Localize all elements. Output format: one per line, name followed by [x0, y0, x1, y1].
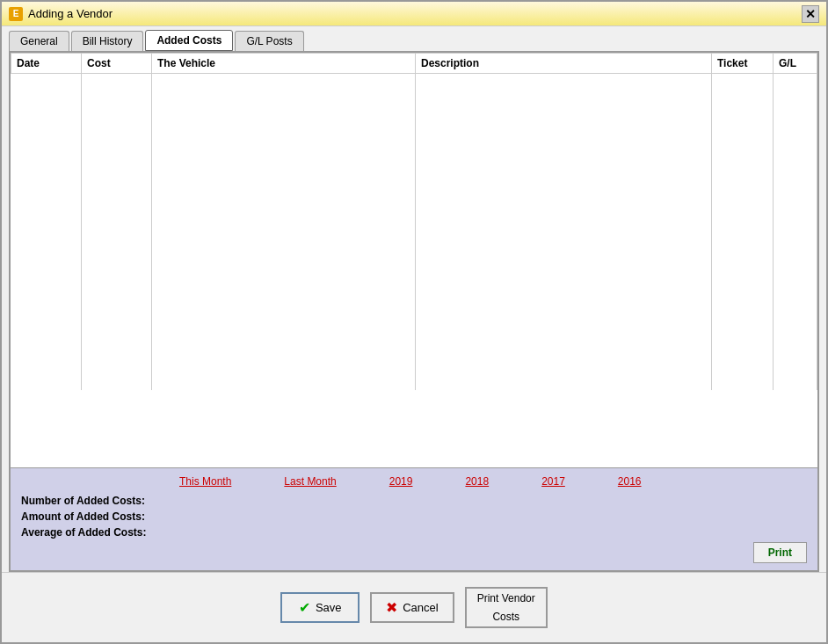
stats-header: This Month Last Month 2019 2018 2017 201… — [21, 475, 807, 488]
tab-bill-history[interactable]: Bill History — [71, 31, 144, 51]
table-row-empty — [11, 358, 817, 374]
table-row-empty — [11, 232, 817, 248]
check-icon: ✔ — [299, 599, 310, 616]
table-row-empty — [11, 74, 817, 90]
table-row-empty — [11, 311, 817, 327]
table-row-empty — [11, 185, 817, 200]
main-window: E Adding a Vendor ✕ General Bill History… — [0, 0, 828, 644]
title-bar: E Adding a Vendor ✕ — [2, 2, 826, 26]
print-vendor-line1: Print Vendor — [477, 592, 535, 604]
content-area: Date Cost The Vehicle Description Ticket… — [9, 51, 819, 572]
table-row-empty — [11, 279, 817, 295]
window-title: Adding a Vendor — [28, 7, 113, 20]
tabs-bar: General Bill History Added Costs G/L Pos… — [2, 26, 826, 51]
tab-added-costs[interactable]: Added Costs — [145, 30, 233, 51]
col-header-ticket: Ticket — [712, 54, 774, 74]
average-label: Average of Added Costs: — [21, 526, 179, 539]
table-row-empty — [11, 121, 817, 137]
footer: ✔ Save ✖ Cancel Print Vendor Costs — [2, 572, 826, 642]
table-row-empty — [11, 248, 817, 264]
table-row-empty — [11, 90, 817, 105]
period-last-month[interactable]: Last Month — [284, 475, 336, 488]
print-btn-container: Print — [21, 542, 807, 563]
table-row-empty — [11, 137, 817, 153]
table-row-empty — [11, 374, 817, 390]
table-row-empty — [11, 343, 817, 358]
tab-general[interactable]: General — [9, 31, 69, 51]
table-row-empty — [11, 327, 817, 343]
number-label: Number of Added Costs: — [21, 495, 179, 507]
stat-row-amount: Amount of Added Costs: — [21, 510, 807, 523]
col-header-vehicle: The Vehicle — [152, 54, 416, 74]
save-button[interactable]: ✔ Save — [280, 592, 360, 623]
data-table: Date Cost The Vehicle Description Ticket… — [11, 53, 817, 390]
cancel-button[interactable]: ✖ Cancel — [370, 592, 454, 623]
table-area: Date Cost The Vehicle Description Ticket… — [11, 53, 817, 467]
table-row-empty — [11, 153, 817, 169]
period-2017[interactable]: 2017 — [541, 475, 565, 488]
x-icon: ✖ — [386, 599, 397, 616]
table-row-empty — [11, 295, 817, 311]
table-row-empty — [11, 200, 817, 216]
col-header-gl: G/L — [774, 54, 817, 74]
print-vendor-line2: Costs — [492, 611, 519, 623]
save-label: Save — [316, 601, 342, 614]
table-row-empty — [11, 264, 817, 279]
period-2018[interactable]: 2018 — [465, 475, 489, 488]
table-row-empty — [11, 169, 817, 185]
table-row-empty — [11, 216, 817, 232]
cancel-label: Cancel — [403, 601, 438, 614]
col-header-description: Description — [416, 54, 712, 74]
col-header-cost: Cost — [82, 54, 152, 74]
col-header-date: Date — [11, 54, 82, 74]
period-2016[interactable]: 2016 — [618, 475, 642, 488]
stats-area: This Month Last Month 2019 2018 2017 201… — [11, 467, 817, 570]
period-this-month[interactable]: This Month — [179, 475, 231, 488]
stat-row-average: Average of Added Costs: — [21, 526, 807, 539]
stat-row-number: Number of Added Costs: — [21, 495, 807, 507]
table-row-empty — [11, 105, 817, 121]
amount-label: Amount of Added Costs: — [21, 510, 179, 523]
print-button[interactable]: Print — [753, 542, 807, 563]
tab-gl-posts[interactable]: G/L Posts — [235, 31, 303, 51]
title-bar-left: E Adding a Vendor — [9, 7, 113, 21]
close-button[interactable]: ✕ — [802, 5, 819, 23]
app-icon: E — [9, 7, 23, 21]
period-2019[interactable]: 2019 — [389, 475, 413, 488]
print-vendor-button[interactable]: Print Vendor Costs — [465, 587, 548, 628]
